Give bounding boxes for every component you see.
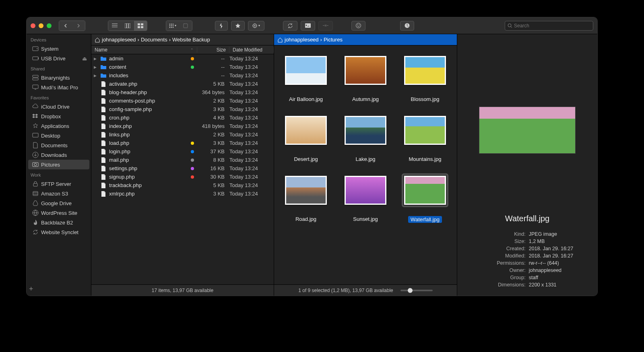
file-icon bbox=[100, 132, 107, 138]
svg-rect-2 bbox=[129, 23, 130, 28]
grid-item[interactable]: Lake.jpg bbox=[338, 113, 393, 162]
svg-rect-36 bbox=[33, 183, 37, 186]
minimize-window-button[interactable] bbox=[39, 23, 43, 28]
sidebar-item[interactable]: WordPress Site bbox=[27, 208, 91, 218]
sidebar-item[interactable]: Mudi's iMac Pro bbox=[27, 82, 91, 92]
grid-item[interactable]: Mountains.jpg bbox=[397, 113, 453, 162]
sidebar-item-label: Downloads bbox=[41, 152, 67, 158]
meta-key: Permissions: bbox=[481, 260, 526, 266]
sidebar-item[interactable]: Website Synclet bbox=[27, 227, 91, 237]
preview-image bbox=[479, 107, 576, 154]
grid-button[interactable]: ▾ bbox=[166, 21, 179, 31]
thumbnail bbox=[342, 173, 389, 207]
meta-key: Dimensions: bbox=[481, 282, 526, 288]
file-row[interactable]: ▶admin--Today 13:24 bbox=[91, 54, 274, 63]
breadcrumb-segment[interactable]: johnappleseed bbox=[285, 37, 319, 43]
col-size[interactable]: Size bbox=[197, 47, 229, 53]
sidebar-item[interactable]: Amazon S3 bbox=[27, 189, 91, 198]
sidebar-item-label: SFTP Server bbox=[41, 181, 71, 187]
list-view-button[interactable] bbox=[108, 21, 121, 31]
col-name[interactable]: Name⌃ bbox=[91, 47, 197, 53]
file-row[interactable]: ▶includes--Today 13:24 bbox=[91, 71, 274, 80]
disclosure-triangle-icon[interactable]: ▶ bbox=[94, 57, 98, 61]
emoji-button[interactable] bbox=[351, 21, 365, 31]
file-row[interactable]: config-sample.php3 KBToday 13:24 bbox=[91, 105, 274, 113]
left-breadcrumb[interactable]: johnappleseed›Documents›Website Backup bbox=[91, 34, 274, 45]
zoom-window-button[interactable] bbox=[47, 23, 52, 28]
sidebar-item[interactable]: Google Drive bbox=[27, 198, 91, 208]
grid-item[interactable]: Road.jpg bbox=[278, 173, 334, 223]
breadcrumb-segment[interactable]: Documents bbox=[141, 37, 167, 43]
hidden-files-button[interactable] bbox=[179, 21, 192, 31]
add-location-button[interactable]: + bbox=[29, 285, 33, 293]
sidebar-item[interactable]: Pictures bbox=[28, 160, 89, 169]
color-tag-icon bbox=[191, 142, 194, 145]
sidebar-item[interactable]: Desktop bbox=[27, 131, 91, 140]
thumbnail-size-slider[interactable] bbox=[400, 290, 433, 291]
action-menu-button[interactable]: ▾ bbox=[248, 21, 264, 31]
gdrive-icon bbox=[32, 200, 39, 206]
file-row[interactable]: login.php37 KBToday 13:24 bbox=[91, 147, 274, 156]
grid-item[interactable]: Sunset.jpg bbox=[338, 173, 393, 223]
sidebar-item[interactable]: Dropbox bbox=[27, 111, 91, 121]
close-window-button[interactable] bbox=[31, 23, 35, 28]
sidebar-item[interactable]: USB Drive⏏ bbox=[27, 54, 91, 63]
column-view-button[interactable] bbox=[121, 21, 134, 31]
favorite-button[interactable] bbox=[231, 21, 245, 31]
eject-icon[interactable]: ⏏ bbox=[82, 56, 87, 62]
sidebar-item[interactable]: Documents bbox=[27, 140, 91, 150]
breadcrumb-segment[interactable]: johnappleseed bbox=[102, 37, 136, 43]
compare-button[interactable] bbox=[318, 21, 333, 31]
sidebar-item[interactable]: SFTP Server bbox=[27, 179, 91, 189]
sync-icon bbox=[32, 229, 39, 235]
file-row[interactable]: comments-post.php2 KBToday 13:24 bbox=[91, 97, 274, 105]
sidebar-item[interactable]: Applications bbox=[27, 121, 91, 131]
file-row[interactable]: mail.php8 KBToday 13:24 bbox=[91, 156, 274, 164]
grid-item-label: Road.jpg bbox=[295, 216, 316, 222]
col-date[interactable]: Date Modified bbox=[229, 47, 274, 53]
right-breadcrumb[interactable]: johnappleseed›Pictures bbox=[274, 34, 457, 45]
sync-button[interactable] bbox=[283, 21, 297, 31]
sidebar-item[interactable]: iCloud Drive bbox=[27, 102, 91, 111]
svg-rect-0 bbox=[125, 23, 126, 28]
sidebar-item[interactable]: Backblaze B2 bbox=[27, 218, 91, 227]
sidebar-item[interactable]: System bbox=[27, 44, 91, 54]
file-icon bbox=[100, 81, 107, 87]
sidebar-item[interactable]: Downloads bbox=[27, 150, 91, 160]
icon-grid[interactable]: Air Balloon.jpgAutumn.jpgBlossom.jpgDese… bbox=[274, 45, 457, 284]
terminal-button[interactable] bbox=[301, 21, 315, 31]
search-field[interactable] bbox=[505, 21, 593, 31]
grid-item[interactable]: Waterfall.jpg bbox=[397, 173, 453, 223]
grid-item[interactable]: Air Balloon.jpg bbox=[278, 54, 334, 102]
search-input[interactable] bbox=[514, 23, 590, 29]
file-row[interactable]: index.php418 bytesToday 13:24 bbox=[91, 122, 274, 130]
activity-button[interactable] bbox=[400, 21, 414, 31]
grid-item[interactable]: Desert.jpg bbox=[278, 113, 334, 162]
file-row[interactable]: settings.php16 KBToday 13:24 bbox=[91, 164, 274, 173]
meta-value: JPEG image bbox=[529, 231, 574, 237]
svg-point-18 bbox=[254, 25, 256, 26]
file-row[interactable]: cron.php4 KBToday 13:24 bbox=[91, 113, 274, 122]
preview-filename: Waterfall.jpg bbox=[505, 214, 549, 223]
breadcrumb-segment[interactable]: Website Backup bbox=[172, 37, 210, 43]
grid-item[interactable]: Autumn.jpg bbox=[338, 54, 393, 102]
file-row[interactable]: xmlrpc.php3 KBToday 13:24 bbox=[91, 189, 274, 198]
breadcrumb-segment[interactable]: Pictures bbox=[324, 37, 343, 43]
file-row[interactable]: ▶content--Today 13:24 bbox=[91, 63, 274, 71]
icon-view-button[interactable] bbox=[134, 21, 147, 31]
file-row[interactable]: blog-header.php364 bytesToday 13:24 bbox=[91, 88, 274, 97]
file-list[interactable]: ▶admin--Today 13:24▶content--Today 13:24… bbox=[91, 54, 274, 284]
file-row[interactable]: load.php3 KBToday 13:24 bbox=[91, 139, 274, 147]
quicklook-button[interactable] bbox=[215, 21, 228, 31]
file-row[interactable]: trackback.php5 KBToday 13:24 bbox=[91, 181, 274, 189]
grid-item[interactable]: Blossom.jpg bbox=[397, 54, 453, 102]
file-row[interactable]: signup.php30 KBToday 13:24 bbox=[91, 173, 274, 181]
file-row[interactable]: activate.php5 KBToday 13:24 bbox=[91, 80, 274, 88]
sidebar-item[interactable]: Binarynights bbox=[27, 73, 91, 82]
file-row[interactable]: links.php2 KBToday 13:24 bbox=[91, 130, 274, 139]
back-button[interactable] bbox=[59, 21, 72, 31]
disclosure-triangle-icon[interactable]: ▶ bbox=[94, 74, 98, 78]
disclosure-triangle-icon[interactable]: ▶ bbox=[94, 65, 98, 69]
forward-button[interactable] bbox=[72, 21, 85, 31]
file-name: activate.php bbox=[109, 81, 191, 87]
